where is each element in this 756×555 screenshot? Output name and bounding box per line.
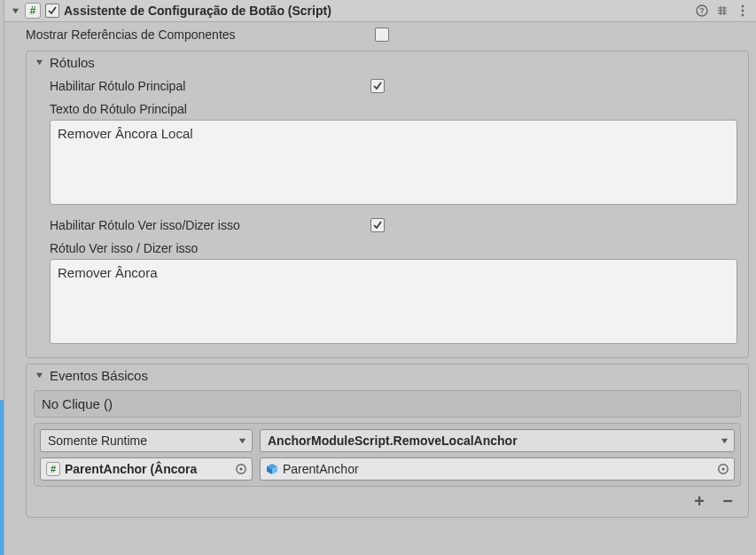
svg-point-8 bbox=[721, 467, 724, 470]
events-foldout-toggle[interactable] bbox=[34, 371, 44, 381]
add-listener-button[interactable]: + bbox=[690, 492, 709, 510]
enable-main-label-text: Habilitar Rótulo Principal bbox=[50, 79, 370, 93]
seeit-label-text-label: Rótulo Ver isso / Dizer isso bbox=[50, 241, 399, 255]
object-picker-icon[interactable] bbox=[235, 463, 247, 475]
runtime-mode-value: Somente Runtime bbox=[48, 434, 147, 448]
runtime-mode-dropdown[interactable]: Somente Runtime bbox=[40, 429, 253, 452]
object-reference-text: ParentAnchor (Âncora bbox=[65, 462, 197, 476]
foldout-toggle[interactable] bbox=[10, 5, 20, 16]
enable-component-checkbox[interactable] bbox=[45, 4, 59, 18]
main-label-text-label: Texto do Rótulo Principal bbox=[50, 102, 399, 116]
kebab-menu-icon[interactable] bbox=[735, 3, 751, 19]
enable-seeit-label-text: Habilitar Rótulo Ver isso/Dizer isso bbox=[50, 218, 370, 232]
object-reference-field[interactable]: # ParentAnchor (Âncora bbox=[40, 457, 253, 481]
chevron-down-icon bbox=[721, 434, 729, 448]
script-icon: # bbox=[46, 462, 60, 476]
svg-text:?: ? bbox=[699, 6, 705, 15]
function-dropdown[interactable]: AnchorModuleScript.RemoveLocalAnchor bbox=[260, 429, 735, 452]
component-title: Assistente de Configuração de Botão (Scr… bbox=[64, 4, 690, 18]
show-references-label: Mostrar Referências de Componentes bbox=[26, 27, 375, 42]
object-picker-icon[interactable] bbox=[717, 463, 729, 475]
parameter-reference-field[interactable]: ParentAnchor bbox=[260, 457, 735, 481]
labels-section-title: Rótulos bbox=[50, 55, 95, 70]
events-section-title: Eventos Básicos bbox=[50, 368, 148, 383]
parameter-reference-text: ParentAnchor bbox=[283, 462, 359, 476]
onclick-subheader: No Clique () bbox=[34, 390, 741, 418]
component-header[interactable]: # Assistente de Configuração de Botão (S… bbox=[4, 0, 756, 22]
help-icon[interactable]: ? bbox=[694, 3, 710, 19]
preset-icon[interactable] bbox=[714, 3, 730, 19]
function-name-value: AnchorModuleScript.RemoveLocalAnchor bbox=[268, 434, 518, 448]
enable-seeit-label-checkbox[interactable] bbox=[370, 218, 385, 232]
labels-section: Rótulos Habilitar Rótulo Principal Texto… bbox=[26, 51, 749, 358]
enable-main-label-checkbox[interactable] bbox=[370, 79, 385, 93]
svg-point-3 bbox=[742, 10, 744, 12]
show-references-checkbox[interactable] bbox=[375, 27, 389, 42]
seeit-label-textarea[interactable] bbox=[50, 259, 737, 344]
component-panel: # Assistente de Configuração de Botão (S… bbox=[4, 0, 756, 555]
svg-point-6 bbox=[239, 467, 242, 470]
basic-events-section: Eventos Básicos No Clique () Somente Run… bbox=[26, 363, 749, 518]
chevron-down-icon bbox=[238, 434, 246, 448]
remove-listener-button[interactable]: − bbox=[718, 492, 737, 510]
svg-point-2 bbox=[742, 5, 744, 8]
script-icon: # bbox=[25, 3, 41, 19]
main-label-textarea[interactable] bbox=[50, 120, 737, 205]
labels-foldout-toggle[interactable] bbox=[34, 58, 44, 68]
event-entry: Somente Runtime # ParentAnchor (Âncora bbox=[34, 423, 741, 487]
svg-point-4 bbox=[742, 14, 744, 17]
gameobject-icon bbox=[266, 463, 278, 475]
